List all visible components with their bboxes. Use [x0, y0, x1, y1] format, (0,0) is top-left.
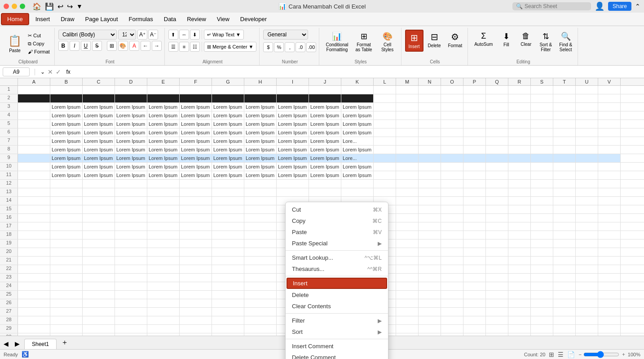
grid-cell[interactable]: [374, 129, 396, 137]
grid-cell[interactable]: [18, 274, 50, 282]
grid-cell[interactable]: [374, 86, 396, 94]
menu-home[interactable]: Home: [1, 13, 29, 25]
grid-cell[interactable]: [531, 257, 553, 265]
grid-cell[interactable]: [553, 94, 576, 102]
grid-cell[interactable]: Lorem Ipsum: [244, 120, 277, 128]
grid-cell[interactable]: [244, 188, 277, 196]
grid-cell[interactable]: [83, 325, 115, 333]
grid-cell[interactable]: [374, 103, 396, 111]
table-row[interactable]: 3Lorem IpsumLorem IpsumLorem IpsumLorem …: [0, 103, 644, 111]
grid-cell[interactable]: [553, 274, 576, 282]
grid-cell[interactable]: Lorem Ipsum: [115, 137, 147, 145]
grid-cell[interactable]: [18, 257, 50, 265]
grid-cell[interactable]: [441, 146, 463, 154]
grid-cell[interactable]: [553, 257, 576, 265]
grid-cell[interactable]: [441, 222, 463, 230]
grid-cell[interactable]: [531, 180, 553, 188]
grid-cell[interactable]: [83, 86, 115, 94]
grid-cell[interactable]: [419, 282, 441, 290]
grid-cell[interactable]: [18, 146, 50, 154]
grid-cell[interactable]: [396, 265, 419, 273]
grid-cell[interactable]: [531, 214, 553, 222]
grid-cell[interactable]: [553, 308, 576, 316]
grid-cell[interactable]: [598, 154, 621, 162]
grid-cell[interactable]: [115, 197, 147, 205]
grid-cell[interactable]: [531, 282, 553, 290]
grid-cell[interactable]: Lorem Ipsum: [147, 111, 180, 120]
insert-cells-button[interactable]: ⊞ Insert: [405, 30, 423, 52]
grid-cell[interactable]: [147, 291, 180, 299]
grid-cell[interactable]: Lorem Ipsum: [180, 163, 212, 171]
grid-cell[interactable]: Lorem Ipsum: [341, 129, 374, 137]
grid-cell[interactable]: [212, 188, 244, 196]
grid-cell[interactable]: [508, 111, 531, 120]
grid-cell[interactable]: [396, 171, 419, 179]
grid-cell[interactable]: [419, 222, 441, 230]
grid-cell[interactable]: [147, 325, 180, 333]
list-view-icon[interactable]: ☰: [558, 351, 564, 358]
grid-cell[interactable]: [50, 94, 83, 102]
grid-cell[interactable]: [419, 299, 441, 307]
grid-cell[interactable]: [576, 129, 598, 137]
context-menu-item-delete-comment[interactable]: Delete Comment: [286, 352, 388, 359]
grid-cell[interactable]: [441, 197, 463, 205]
grid-cell[interactable]: [180, 94, 212, 102]
grid-cell[interactable]: [576, 231, 598, 239]
grid-cell[interactable]: [553, 197, 576, 205]
align-top-button[interactable]: ⬆: [168, 30, 178, 40]
grid-cell[interactable]: [18, 86, 50, 94]
grid-cell[interactable]: [212, 316, 244, 324]
grid-cell[interactable]: [463, 265, 486, 273]
grid-cell[interactable]: [419, 180, 441, 188]
grid-cell[interactable]: Lore...: [341, 154, 374, 162]
grid-cell[interactable]: [18, 239, 50, 248]
grid-cell[interactable]: [396, 231, 419, 239]
grid-cell[interactable]: [50, 282, 83, 290]
grid-cell[interactable]: [277, 180, 309, 188]
grid-cell[interactable]: Lorem Ipsum: [115, 129, 147, 137]
grid-cell[interactable]: [83, 308, 115, 316]
grid-cell[interactable]: [18, 231, 50, 239]
grid-cell[interactable]: [115, 239, 147, 248]
grid-cell[interactable]: Lorem Ipsum: [244, 111, 277, 120]
grid-cell[interactable]: [309, 188, 341, 196]
grid-cell[interactable]: [463, 154, 486, 162]
context-menu-item-insert-comment[interactable]: Insert Comment: [286, 341, 388, 352]
grid-cell[interactable]: [374, 188, 396, 196]
col-header-B[interactable]: B: [50, 78, 83, 85]
table-row[interactable]: 13: [0, 188, 644, 197]
grid-cell[interactable]: [463, 222, 486, 230]
grid-cell[interactable]: [50, 325, 83, 333]
grid-cell[interactable]: Lorem Ipsum: [212, 137, 244, 145]
grid-cell[interactable]: [441, 239, 463, 248]
grid-cell[interactable]: [531, 316, 553, 324]
grid-cell[interactable]: [508, 316, 531, 324]
grid-cell[interactable]: [147, 265, 180, 273]
grid-cell[interactable]: [115, 94, 147, 102]
increase-decimal-button[interactable]: .00: [306, 42, 316, 52]
grid-cell[interactable]: [508, 94, 531, 102]
table-row[interactable]: 9Lorem IpsumLorem IpsumLorem IpsumLorem …: [0, 154, 644, 163]
close-button[interactable]: [4, 4, 9, 9]
grid-cell[interactable]: [147, 316, 180, 324]
grid-cell[interactable]: [553, 188, 576, 196]
grid-cell[interactable]: [50, 265, 83, 273]
grid-cell[interactable]: [244, 274, 277, 282]
grid-cell[interactable]: [180, 291, 212, 299]
grid-cell[interactable]: [576, 197, 598, 205]
grid-cell[interactable]: [531, 248, 553, 256]
grid-cell[interactable]: Lorem Ipsum: [83, 137, 115, 145]
copy-button[interactable]: ⧉ Copy: [26, 40, 52, 48]
grid-cell[interactable]: [531, 197, 553, 205]
grid-cell[interactable]: [531, 188, 553, 196]
grid-cell[interactable]: Lorem Ipsum: [277, 111, 309, 120]
grid-cell[interactable]: Lorem Ipsum: [309, 111, 341, 120]
grid-cell[interactable]: [508, 154, 531, 162]
grid-cell[interactable]: Lorem Ipsum: [212, 163, 244, 171]
grid-cell[interactable]: Lorem Ipsum: [244, 146, 277, 154]
grid-cell[interactable]: [212, 257, 244, 265]
grid-cell[interactable]: [419, 103, 441, 111]
grid-cell[interactable]: [115, 291, 147, 299]
grid-cell[interactable]: [244, 205, 277, 213]
grid-cell[interactable]: [18, 129, 50, 137]
